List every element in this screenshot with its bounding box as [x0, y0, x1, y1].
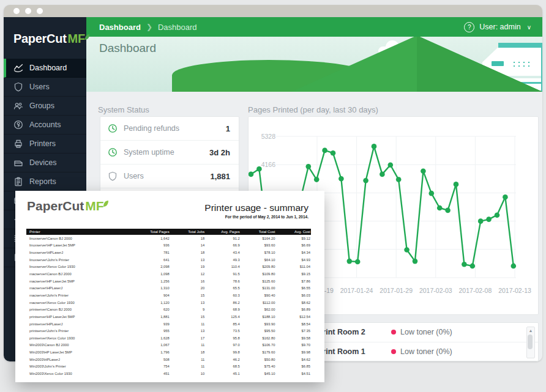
- report-table-row: linuxserver\Xerox Color 19302,09819110.4…: [26, 264, 311, 271]
- report-logo: PaperCutMF: [27, 199, 109, 213]
- clock-icon: [108, 124, 118, 133]
- sidebar-item-label: Groups: [29, 102, 54, 110]
- data-point: [454, 182, 459, 187]
- data-point: [429, 191, 435, 196]
- window-dot[interactable]: [25, 8, 31, 14]
- data-point: [437, 205, 443, 211]
- groups-icon: [13, 101, 23, 111]
- breadcrumb-dashboard-current[interactable]: Dashboard: [158, 23, 197, 32]
- report-table-row: printserver\HP LaserJet 5MP1,88115125.4$…: [26, 313, 311, 320]
- report-table-row: macserver\Canon BJ 20001,0981291.5$109.8…: [26, 270, 311, 278]
- page-banner: Dashboard: [86, 37, 542, 92]
- help-icon[interactable]: ?: [464, 22, 474, 32]
- leaf-icon: [84, 29, 90, 36]
- page-title: Dashboard: [99, 42, 156, 55]
- sidebar-item-groups[interactable]: Groups: [4, 97, 86, 116]
- users-icon: [13, 82, 23, 92]
- data-point: [363, 178, 368, 183]
- sidebar-item-devices[interactable]: Devices: [4, 153, 86, 172]
- low-toner-badge: Low toner (0%): [391, 347, 452, 356]
- x-tick-label: 2017-02-03: [419, 287, 452, 294]
- app-logo-primary: PaperCut: [13, 32, 67, 45]
- x-tick-label: 2017-01-29: [380, 287, 413, 294]
- shield-icon: [108, 171, 118, 181]
- sidebar-item-label: Dashboard: [29, 64, 67, 72]
- report-table-row: linuxserver\Canon BJ 20001,6421891.2$164…: [26, 235, 311, 242]
- data-point: [404, 247, 410, 253]
- report-table-row: Win2003\HP LaserJet 5MP1,7961899.8$179.6…: [26, 349, 311, 356]
- devices-icon: [13, 158, 23, 168]
- mountain-illustration: [291, 37, 542, 92]
- accounts-icon: [13, 120, 23, 130]
- report-table-row: linuxserver\HPLaserJ7811843.4$78.10$4.34: [26, 249, 311, 256]
- window-dot[interactable]: [37, 8, 43, 14]
- window-titlebar: [4, 5, 542, 17]
- scroll-up-icon[interactable]: ▲: [527, 328, 534, 333]
- sidebar-item-label: Printers: [29, 139, 56, 148]
- report-table-row: printserver\Canon BJ 2000620968.9$62.00$…: [26, 306, 311, 313]
- sidebar-item-label: Accounts: [29, 120, 61, 129]
- app-logo: PaperCutMF: [4, 17, 86, 46]
- alert-dot-icon: [391, 330, 396, 335]
- x-tick-label: 2017-01-24: [340, 287, 373, 294]
- y-tick-label: 5328: [261, 133, 276, 140]
- data-point: [470, 264, 476, 269]
- chevron-right-icon: ❯: [146, 23, 152, 31]
- low-toner-badge: Low toner (0%): [391, 328, 452, 336]
- sidebar-item-users[interactable]: Users: [4, 78, 86, 97]
- report-table-header: PrinterTotal PagesTotal JobsAvg. PagesTo…: [26, 229, 311, 235]
- chevron-down-icon[interactable]: ∨: [527, 24, 531, 31]
- alert-dot-icon: [391, 349, 396, 354]
- y-tick-label: 4166: [261, 161, 276, 168]
- report-table-row: Win2003\Xerox Color 19304511045.1$45.10$…: [26, 370, 311, 377]
- report-table-row: printserver\John's Printer9551373.5$95.5…: [26, 327, 311, 335]
- report-table-row: linuxserver\HP LaserJet 5MP9361466.9$93.…: [26, 242, 311, 250]
- report-table-row: printserver\Xerox Color 19301,6281795.8$…: [26, 335, 311, 342]
- data-point: [338, 176, 344, 182]
- data-point: [388, 162, 394, 168]
- app-logo-suffix: MF: [68, 32, 85, 45]
- sidebar-item-accounts[interactable]: Accounts: [4, 116, 86, 135]
- status-value: 1,881: [210, 172, 230, 181]
- user-menu[interactable]: User: admin: [479, 23, 520, 31]
- data-point: [511, 264, 517, 269]
- sidebar-item-dashboard[interactable]: Dashboard: [4, 59, 86, 78]
- scrollbar[interactable]: ▲: [526, 327, 535, 358]
- data-point: [347, 259, 353, 264]
- sidebar-item-label: Users: [29, 83, 50, 91]
- report-table: PrinterTotal PagesTotal JobsAvg. PagesTo…: [26, 229, 311, 377]
- data-point: [503, 194, 508, 200]
- report-table-row: linuxserver\John's Printer6411349.3$64.1…: [26, 256, 311, 264]
- report-table-row: printserver\HPLaserJ9391185.4$93.90$8.54: [26, 320, 311, 328]
- data-point: [372, 144, 377, 149]
- status-row-system-uptime: System uptime3d 2h: [100, 141, 239, 165]
- breadcrumb: Dashboard ❯ Dashboard ? User: admin ∨: [86, 17, 542, 37]
- report-title-block: Printer usage - summary For the period o…: [204, 202, 309, 219]
- report-subtitle: For the period of May 2, 2014 to Jun 1, …: [204, 215, 309, 219]
- scrollbar-thumb[interactable]: [528, 335, 533, 349]
- breadcrumb-dashboard[interactable]: Dashboard: [99, 23, 141, 32]
- sidebar-item-label: Devices: [29, 158, 56, 167]
- reports-icon: [13, 177, 23, 187]
- report-table-row: macserver\HPLaserJ1,3102065.5$131.00$6.5…: [26, 284, 311, 292]
- topbar-right: ? User: admin ∨: [464, 22, 531, 32]
- sidebar-item-label: Reports: [29, 177, 56, 186]
- clock-icon: [108, 147, 118, 157]
- data-point: [445, 208, 451, 213]
- leaf-icon: [103, 196, 109, 203]
- printers-icon: [13, 139, 23, 149]
- sidebar-item-printers[interactable]: Printers: [4, 135, 86, 153]
- sidebar-item-reports[interactable]: Reports: [4, 172, 86, 191]
- status-value: 3d 2h: [209, 148, 230, 157]
- window-dot[interactable]: [13, 8, 20, 14]
- data-point: [380, 172, 385, 177]
- system-status-title: System Status: [98, 105, 149, 114]
- report-table-row: macserver\John's Printer9041560.3$90.40$…: [26, 292, 311, 299]
- status-row-users: Users1,881: [100, 165, 239, 188]
- x-tick-label: 2017-02-13: [498, 287, 531, 294]
- data-point: [355, 259, 361, 265]
- report-title: Printer usage - summary: [204, 202, 309, 213]
- data-point: [478, 218, 484, 224]
- report-logo-primary: PaperCut: [27, 199, 84, 213]
- data-point: [462, 262, 467, 267]
